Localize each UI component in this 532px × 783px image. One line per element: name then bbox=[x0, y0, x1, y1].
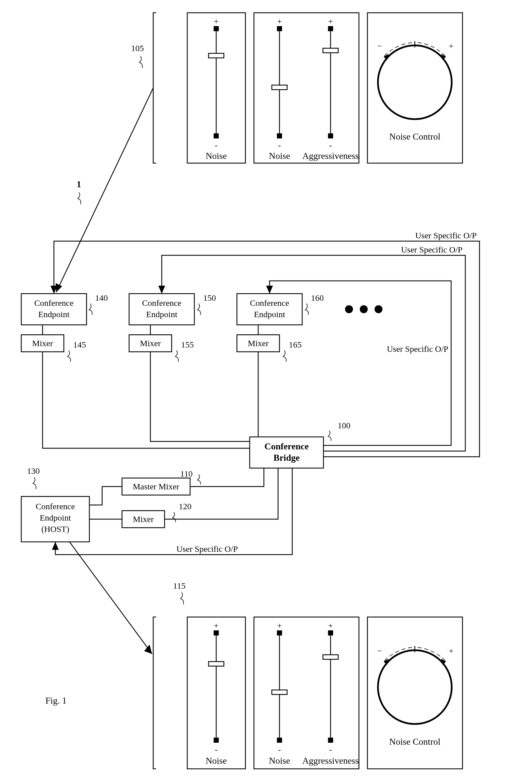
svg-text:Noise: Noise bbox=[206, 755, 227, 766]
svg-text:-: - bbox=[278, 140, 281, 150]
svg-text:User Specific O/P: User Specific O/P bbox=[401, 245, 463, 254]
endpoint-1-group: Conference Endpoint Mixer 140 145 bbox=[21, 293, 108, 362]
svg-text:150: 150 bbox=[203, 293, 216, 303]
svg-text:Conference: Conference bbox=[264, 441, 309, 451]
slider-top-cap bbox=[214, 26, 219, 31]
svg-marker-47 bbox=[158, 286, 165, 294]
slider-thumb[interactable] bbox=[209, 662, 224, 666]
svg-marker-62 bbox=[144, 645, 152, 654]
svg-text:+: + bbox=[328, 17, 333, 26]
svg-rect-80 bbox=[328, 738, 333, 743]
svg-text:Master Mixer: Master Mixer bbox=[133, 482, 179, 491]
svg-point-41 bbox=[375, 305, 382, 313]
svg-text:Conference: Conference bbox=[36, 502, 75, 511]
svg-text:Endpoint: Endpoint bbox=[146, 310, 178, 319]
svg-rect-65 bbox=[214, 630, 219, 635]
svg-rect-1 bbox=[254, 13, 359, 163]
svg-text:Conference: Conference bbox=[34, 298, 73, 308]
svg-text:Noise Control: Noise Control bbox=[389, 131, 441, 142]
slider-bottom-cap bbox=[214, 133, 219, 138]
svg-text:User Specific O/P: User Specific O/P bbox=[177, 544, 238, 554]
svg-text:100: 100 bbox=[338, 421, 350, 430]
svg-text:-: - bbox=[215, 745, 218, 754]
top-panel-knob: − + Noise Control bbox=[368, 13, 463, 163]
svg-text:Noise: Noise bbox=[269, 755, 290, 766]
svg-text:+: + bbox=[277, 621, 282, 630]
squig-110 bbox=[197, 474, 200, 484]
svg-text:160: 160 bbox=[311, 293, 324, 303]
svg-text:120: 120 bbox=[179, 502, 191, 511]
svg-text:110: 110 bbox=[180, 469, 193, 478]
svg-text:Conference: Conference bbox=[142, 298, 181, 308]
svg-text:User Specific O/P: User Specific O/P bbox=[387, 344, 448, 353]
top-panel-2: + - Noise + - Aggressiveness bbox=[254, 13, 359, 163]
slider-thumb-noise[interactable] bbox=[209, 53, 224, 58]
svg-text:-: - bbox=[329, 745, 332, 754]
svg-text:-: - bbox=[278, 745, 281, 754]
svg-text:165: 165 bbox=[289, 340, 302, 349]
svg-text:+: + bbox=[214, 621, 219, 630]
svg-text:Noise: Noise bbox=[269, 151, 290, 161]
svg-text:Bridge: Bridge bbox=[274, 452, 300, 463]
figure-label: Fig. 1 bbox=[45, 695, 67, 706]
figure-root: + - Noise + - Noise + - Aggressiveness bbox=[0, 0, 532, 783]
bottom-bracket bbox=[153, 617, 156, 769]
svg-marker-61 bbox=[56, 283, 62, 292]
knob[interactable] bbox=[378, 650, 452, 724]
svg-text:140: 140 bbox=[95, 293, 108, 303]
slider-thumb[interactable] bbox=[272, 690, 287, 694]
endpoint-2-group: Conference Endpoint Mixer 150 155 bbox=[129, 293, 216, 362]
svg-rect-67 bbox=[214, 738, 219, 743]
svg-rect-5 bbox=[277, 133, 282, 138]
svg-marker-59 bbox=[52, 542, 59, 550]
svg-point-40 bbox=[360, 305, 368, 313]
ellipsis-icon bbox=[345, 305, 382, 313]
bottom-panel-1: + - Noise bbox=[187, 617, 245, 769]
top-bracket bbox=[153, 13, 156, 163]
svg-text:+: + bbox=[328, 621, 333, 630]
svg-text:+: + bbox=[449, 41, 454, 51]
bottom-panel-knob: − + Noise Control bbox=[368, 617, 463, 769]
svg-rect-70 bbox=[254, 617, 359, 769]
ref-105: 105 bbox=[131, 43, 144, 53]
noise-label: Noise bbox=[206, 151, 227, 161]
svg-text:+: + bbox=[449, 646, 454, 655]
svg-text:Conference: Conference bbox=[250, 298, 289, 308]
svg-text:Mixer: Mixer bbox=[133, 514, 154, 524]
svg-text:(HOST): (HOST) bbox=[41, 524, 69, 534]
ref-115: 115 bbox=[173, 581, 186, 590]
svg-text:−: − bbox=[377, 646, 382, 655]
svg-rect-9 bbox=[328, 26, 333, 31]
svg-text:Mixer: Mixer bbox=[248, 339, 269, 348]
svg-point-39 bbox=[345, 305, 353, 313]
svg-text:Noise Control: Noise Control bbox=[389, 737, 441, 747]
ref-system: 1 bbox=[76, 179, 81, 189]
svg-marker-49 bbox=[266, 286, 273, 294]
svg-rect-11 bbox=[328, 133, 333, 138]
knob[interactable] bbox=[378, 45, 452, 119]
svg-text:130: 130 bbox=[27, 466, 40, 475]
minus-label: - bbox=[215, 140, 218, 150]
svg-text:Endpoint: Endpoint bbox=[40, 513, 71, 522]
plus-label: + bbox=[214, 17, 219, 26]
svg-text:Mixer: Mixer bbox=[140, 339, 161, 348]
svg-text:−: − bbox=[377, 41, 382, 51]
slider-thumb[interactable] bbox=[323, 655, 338, 659]
svg-text:-: - bbox=[329, 140, 332, 150]
slider-thumb-noise-2[interactable] bbox=[272, 85, 287, 90]
svg-rect-78 bbox=[328, 630, 333, 635]
svg-text:Endpoint: Endpoint bbox=[38, 310, 70, 319]
svg-text:Endpoint: Endpoint bbox=[254, 310, 285, 319]
slider-thumb-aggr[interactable] bbox=[323, 48, 338, 53]
svg-text:+: + bbox=[277, 17, 282, 26]
svg-text:145: 145 bbox=[73, 340, 86, 349]
svg-rect-3 bbox=[277, 26, 282, 31]
svg-text:Aggressiveness: Aggressiveness bbox=[302, 755, 358, 766]
arrow-host-to-bottom-panel bbox=[69, 542, 152, 654]
svg-rect-72 bbox=[277, 630, 282, 635]
svg-rect-74 bbox=[277, 738, 282, 743]
svg-text:Aggressiveness: Aggressiveness bbox=[302, 151, 358, 161]
endpoint-3-group: Conference Endpoint Mixer 160 165 bbox=[237, 293, 324, 362]
svg-text:Mixer: Mixer bbox=[32, 339, 53, 348]
arrow-panel-to-ep1 bbox=[56, 88, 153, 292]
